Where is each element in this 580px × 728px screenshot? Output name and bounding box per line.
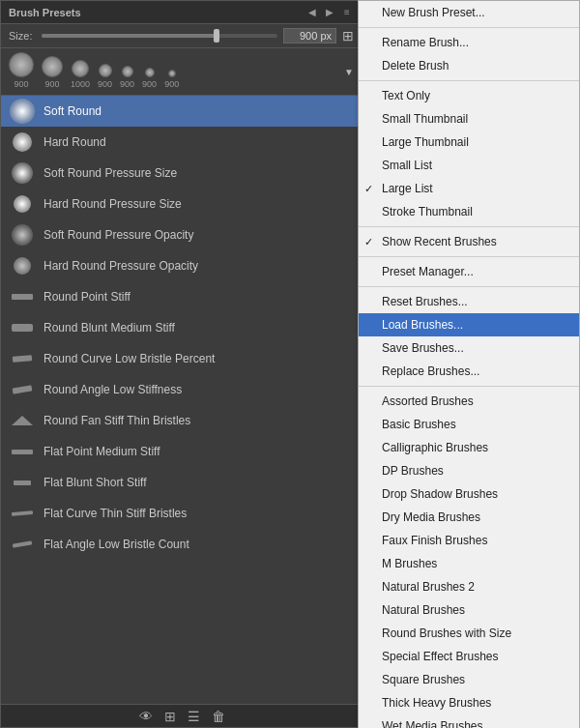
slider-thumb[interactable] xyxy=(214,29,219,43)
brush-list[interactable]: Soft Round Hard Round Soft Round Pressur… xyxy=(1,96,362,700)
brush-icon xyxy=(9,283,36,310)
eye-icon[interactable]: 👁 xyxy=(139,709,153,724)
menu-dp-brushes[interactable]: DP Brushes xyxy=(359,459,579,482)
brush-preview-row: 900 900 1000 900 900 900 xyxy=(1,48,362,96)
menu-dry-media-brushes[interactable]: Dry Media Brushes xyxy=(359,506,579,529)
soft-round-icon xyxy=(10,99,35,124)
size-icon: ⊞ xyxy=(342,28,354,44)
hard-round-ps-icon xyxy=(14,195,31,213)
brush-item-soft-round-pressure-size[interactable]: Soft Round Pressure Size xyxy=(1,158,362,189)
brush-name: Soft Round xyxy=(44,104,102,118)
menu-drop-shadow-brushes[interactable]: Drop Shadow Brushes xyxy=(359,482,579,506)
expand-icon[interactable]: ▶ xyxy=(323,7,336,17)
brush-name: Round Curve Low Bristle Percent xyxy=(44,352,215,365)
preview-label: 1000 xyxy=(71,79,90,89)
brush-item-flat-point-medium-stiff[interactable]: Flat Point Medium Stiff xyxy=(1,436,362,467)
menu-wet-media-brushes[interactable]: Wet Media Brushes xyxy=(359,714,579,728)
menu-basic-brushes[interactable]: Basic Brushes xyxy=(359,413,579,436)
flat-icon xyxy=(12,450,33,454)
panel-header: Brush Presets ◀ ▶ ≡ xyxy=(1,1,362,24)
brush-name: Soft Round Pressure Opacity xyxy=(44,228,193,242)
preview-circle xyxy=(145,68,155,77)
flat-icon xyxy=(13,540,32,547)
menu-divider xyxy=(359,256,579,257)
menu-square-brushes[interactable]: Square Brushes xyxy=(359,668,579,691)
preview-circle xyxy=(42,56,63,77)
menu-preset-manager[interactable]: Preset Manager... xyxy=(359,260,579,283)
size-value-input[interactable] xyxy=(283,28,336,44)
brush-item-round-fan-stiff[interactable]: Round Fan Stiff Thin Bristles xyxy=(1,405,362,436)
brush-item-soft-round-pressure-opacity[interactable]: Soft Round Pressure Opacity xyxy=(1,219,362,250)
menu-large-list[interactable]: Large List xyxy=(359,177,579,200)
brush-icon xyxy=(9,345,36,372)
menu-save-brushes[interactable]: Save Brushes... xyxy=(359,336,579,360)
brush-item-flat-angle-low-bristle[interactable]: Flat Angle Low Bristle Count xyxy=(1,529,362,560)
stiff-icon xyxy=(13,385,33,393)
menu-small-list[interactable]: Small List xyxy=(359,154,579,177)
menu-divider xyxy=(359,386,579,387)
menu-rename-brush[interactable]: Rename Brush... xyxy=(359,31,579,54)
menu-divider xyxy=(359,27,579,28)
brush-item-hard-round-pressure-size[interactable]: Hard Round Pressure Size xyxy=(1,189,362,219)
menu-round-brushes-size[interactable]: Round Brushes with Size xyxy=(359,622,579,645)
menu-small-thumbnail[interactable]: Small Thumbnail xyxy=(359,107,579,131)
menu-natural-brushes-2[interactable]: Natural Brushes 2 xyxy=(359,575,579,598)
brush-item-round-angle-low-stiffness[interactable]: Round Angle Low Stiffness xyxy=(1,374,362,405)
panel-footer: 👁 ⊞ ☰ 🗑 xyxy=(1,704,363,727)
menu-special-effect-brushes[interactable]: Special Effect Brushes xyxy=(359,645,579,668)
brush-item-round-blunt-medium-stiff[interactable]: Round Blunt Medium Stiff xyxy=(1,312,362,343)
menu-assorted-brushes[interactable]: Assorted Brushes xyxy=(359,390,579,413)
brush-name: Round Blunt Medium Stiff xyxy=(44,321,175,335)
menu-stroke-thumbnail[interactable]: Stroke Thumbnail xyxy=(359,200,579,223)
preview-circle xyxy=(99,64,112,77)
brush-icon xyxy=(9,160,36,187)
menu-load-brushes[interactable]: Load Brushes... xyxy=(359,313,579,336)
menu-show-recent-brushes[interactable]: Show Recent Brushes xyxy=(359,230,579,253)
brush-name: Soft Round Pressure Size xyxy=(44,166,177,180)
menu-m-brushes[interactable]: M Brushes xyxy=(359,552,579,575)
menu-new-brush-preset[interactable]: New Brush Preset... xyxy=(359,1,579,24)
menu-natural-brushes[interactable]: Natural Brushes xyxy=(359,598,579,622)
preview-item: 900 xyxy=(120,66,134,89)
menu-replace-brushes[interactable]: Replace Brushes... xyxy=(359,360,579,383)
brush-icon xyxy=(9,500,36,527)
brush-icon xyxy=(9,190,36,218)
preview-label: 900 xyxy=(98,79,112,89)
size-row: Size: ⊞ xyxy=(1,24,362,48)
menu-icon[interactable]: ≡ xyxy=(340,7,354,17)
brush-name: Round Angle Low Stiffness xyxy=(44,383,182,396)
brush-item-round-curve-low-bristle[interactable]: Round Curve Low Bristle Percent xyxy=(1,343,362,374)
flat-icon xyxy=(14,480,31,485)
menu-thick-heavy-brushes[interactable]: Thick Heavy Brushes xyxy=(359,691,579,714)
brush-icon xyxy=(9,129,36,156)
list-view-icon[interactable]: ☰ xyxy=(188,709,200,724)
preview-circle xyxy=(72,60,89,77)
menu-delete-brush[interactable]: Delete Brush xyxy=(359,54,579,77)
brush-icon xyxy=(9,469,36,496)
brush-name: Flat Point Medium Stiff xyxy=(44,445,160,458)
menu-text-only[interactable]: Text Only xyxy=(359,84,579,107)
brush-item-hard-round-pressure-opacity[interactable]: Hard Round Pressure Opacity xyxy=(1,250,362,281)
brush-presets-panel: Brush Presets ◀ ▶ ≡ Size: ⊞ 900 900 xyxy=(0,0,362,728)
menu-faux-finish-brushes[interactable]: Faux Finish Brushes xyxy=(359,529,579,552)
collapse-icon[interactable]: ◀ xyxy=(305,7,319,17)
brush-icon xyxy=(9,407,36,434)
brush-item-flat-blunt-short-stiff[interactable]: Flat Blunt Short Stiff xyxy=(1,467,362,498)
brush-item-soft-round[interactable]: Soft Round xyxy=(1,96,362,127)
preview-circle xyxy=(9,52,34,77)
preview-label: 900 xyxy=(164,79,179,89)
preview-scroll-arrow[interactable]: ▼ xyxy=(344,67,354,77)
delete-brush-icon[interactable]: 🗑 xyxy=(212,709,225,724)
preview-circle xyxy=(122,66,133,77)
brush-item-round-point-stiff[interactable]: Round Point Stiff xyxy=(1,281,362,312)
menu-large-thumbnail[interactable]: Large Thumbnail xyxy=(359,131,579,154)
brush-item-hard-round[interactable]: Hard Round xyxy=(1,127,362,158)
grid-view-icon[interactable]: ⊞ xyxy=(164,709,176,724)
soft-round-ps-icon xyxy=(12,162,33,184)
brush-item-flat-curve-thin-stiff[interactable]: Flat Curve Thin Stiff Bristles xyxy=(1,498,362,529)
brush-name: Round Fan Stiff Thin Bristles xyxy=(44,414,190,427)
size-slider[interactable] xyxy=(42,29,277,43)
menu-calligraphic-brushes[interactable]: Calligraphic Brushes xyxy=(359,436,579,459)
brush-icon xyxy=(9,531,36,558)
menu-reset-brushes[interactable]: Reset Brushes... xyxy=(359,290,579,313)
